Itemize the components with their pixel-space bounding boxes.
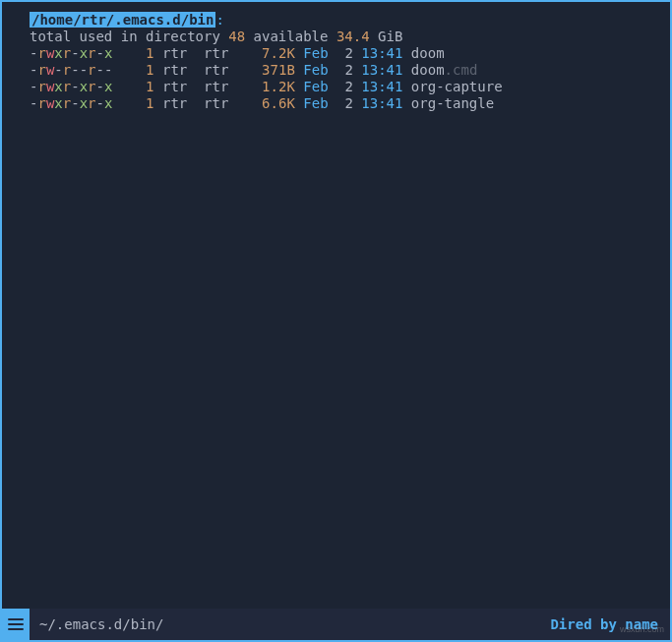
link-count: 1 <box>112 45 153 62</box>
date-month: Feb <box>295 79 329 95</box>
link-count: 1 <box>112 62 153 79</box>
file-name: org-tangle <box>402 95 494 112</box>
cursor: : <box>215 12 223 29</box>
summary-mid: available <box>245 29 336 44</box>
file-row[interactable]: -rw-r--r-- 1 rtr rtr 371B Feb 2 13:41 do… <box>30 62 670 79</box>
date-day: 2 <box>329 95 353 112</box>
file-row[interactable]: -rwxr-xr-x 1 rtr rtr 7.2K Feb 2 13:41 do… <box>30 45 670 62</box>
link-count: 1 <box>112 79 153 95</box>
date-month: Feb <box>295 45 329 62</box>
file-name: doom <box>402 62 444 79</box>
permissions: -rwxr-xr-x <box>30 95 112 112</box>
date-day: 2 <box>329 45 353 62</box>
summary-blocks: 48 <box>228 29 245 44</box>
permissions: -rw-r--r-- <box>30 62 112 79</box>
emacs-window: /home/rtr/.emacs.d/bin: total used in di… <box>0 0 672 642</box>
dired-summary: total used in directory 48 available 34.… <box>30 29 670 45</box>
date-time: 13:41 <box>353 45 403 62</box>
watermark: wsxdn.com <box>620 621 664 638</box>
dired-buffer[interactable]: total used in directory 48 available 34.… <box>2 29 670 609</box>
permissions: -rwxr-xr-x <box>30 45 112 62</box>
owner-group: rtr rtr <box>154 62 237 79</box>
file-name: org-capture <box>402 79 502 95</box>
file-row[interactable]: -rwxr-xr-x 1 rtr rtr 1.2K Feb 2 13:41 or… <box>30 79 670 95</box>
date-day: 2 <box>329 79 353 95</box>
owner-group: rtr rtr <box>154 45 237 62</box>
file-size: 6.6K <box>237 95 295 112</box>
date-month: Feb <box>295 62 329 79</box>
summary-avail: 34.4 <box>336 29 370 44</box>
date-time: 13:41 <box>353 79 403 95</box>
date-time: 13:41 <box>353 62 403 79</box>
file-size: 371B <box>237 62 295 79</box>
menu-icon[interactable] <box>2 609 30 640</box>
date-time: 13:41 <box>353 95 403 112</box>
owner-group: rtr rtr <box>154 79 237 95</box>
file-size: 7.2K <box>237 45 295 62</box>
summary-unit: GiB <box>370 29 403 44</box>
date-day: 2 <box>329 62 353 79</box>
permissions: -rwxr-xr-x <box>30 79 112 95</box>
file-name: doom <box>402 45 444 62</box>
dired-path-header: /home/rtr/.emacs.d/bin: <box>2 2 670 29</box>
file-row[interactable]: -rwxr-xr-x 1 rtr rtr 6.6K Feb 2 13:41 or… <box>30 95 670 112</box>
owner-group: rtr rtr <box>154 95 237 112</box>
modeline[interactable]: ~/.emacs.d/bin/ Dired by name <box>2 609 670 640</box>
date-month: Feb <box>295 95 329 112</box>
summary-prefix: total used in directory <box>30 29 228 44</box>
file-size: 1.2K <box>237 79 295 95</box>
file-extension: .cmd <box>445 62 478 79</box>
directory-path: /home/rtr/.emacs.d/bin <box>30 12 215 28</box>
link-count: 1 <box>112 95 153 112</box>
modeline-path: ~/.emacs.d/bin/ <box>39 616 163 633</box>
